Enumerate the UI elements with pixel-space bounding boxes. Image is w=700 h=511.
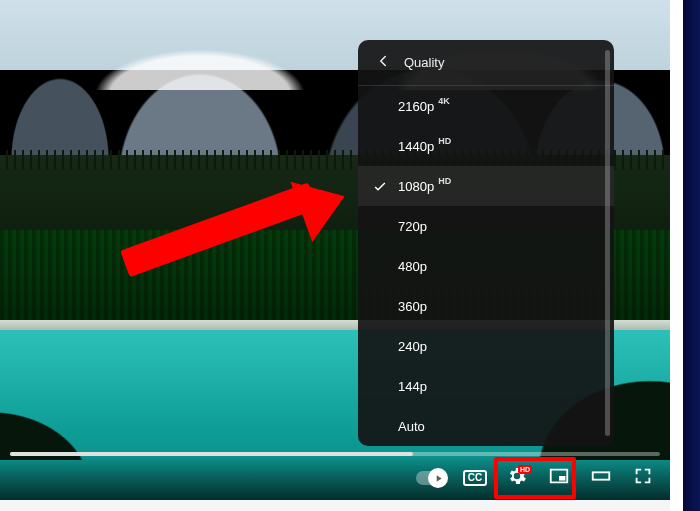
video-player: Quality 2160p4K1440pHD1080pHD720p480p360… — [0, 0, 670, 500]
quality-option-720p[interactable]: 720p — [358, 206, 614, 246]
quality-label: 1440p — [398, 139, 434, 154]
window-edge — [670, 0, 700, 511]
quality-label: Auto — [398, 419, 425, 434]
quality-menu-title: Quality — [404, 55, 444, 70]
fullscreen-icon — [632, 465, 654, 491]
quality-menu-header[interactable]: Quality — [358, 40, 614, 86]
quality-label: 144p — [398, 379, 427, 394]
quality-option-144p[interactable]: 144p — [358, 366, 614, 406]
check-icon — [372, 178, 388, 194]
quality-label: 360p — [398, 299, 427, 314]
quality-option-1440p[interactable]: 1440pHD — [358, 126, 614, 166]
quality-badge: HD — [438, 136, 451, 146]
quality-label: 480p — [398, 259, 427, 274]
back-icon[interactable] — [374, 52, 392, 73]
settings-button[interactable]: HD — [500, 461, 534, 495]
quality-option-360p[interactable]: 360p — [358, 286, 614, 326]
quality-badge: HD — [438, 176, 451, 186]
settings-hd-badge: HD — [518, 465, 532, 474]
quality-label: 1080p — [398, 179, 434, 194]
quality-option-1080p[interactable]: 1080pHD — [358, 166, 614, 206]
quality-option-240p[interactable]: 240p — [358, 326, 614, 366]
theater-icon — [590, 465, 612, 491]
quality-label: 2160p — [398, 99, 434, 114]
quality-option-2160p[interactable]: 2160p4K — [358, 86, 614, 126]
quality-badge: 4K — [438, 96, 450, 106]
player-controls: CC HD — [0, 456, 670, 500]
cc-icon: CC — [463, 470, 487, 486]
subtitles-button[interactable]: CC — [458, 461, 492, 495]
svg-rect-1 — [593, 472, 610, 479]
quality-label: 720p — [398, 219, 427, 234]
theater-mode-button[interactable] — [584, 461, 618, 495]
miniplayer-icon — [548, 465, 570, 491]
autoplay-toggle[interactable] — [412, 461, 450, 495]
fullscreen-button[interactable] — [626, 461, 660, 495]
miniplayer-button[interactable] — [542, 461, 576, 495]
quality-label: 240p — [398, 339, 427, 354]
quality-menu: Quality 2160p4K1440pHD1080pHD720p480p360… — [358, 40, 614, 446]
quality-option-480p[interactable]: 480p — [358, 246, 614, 286]
quality-option-auto[interactable]: Auto — [358, 406, 614, 446]
svg-rect-0 — [559, 476, 565, 481]
